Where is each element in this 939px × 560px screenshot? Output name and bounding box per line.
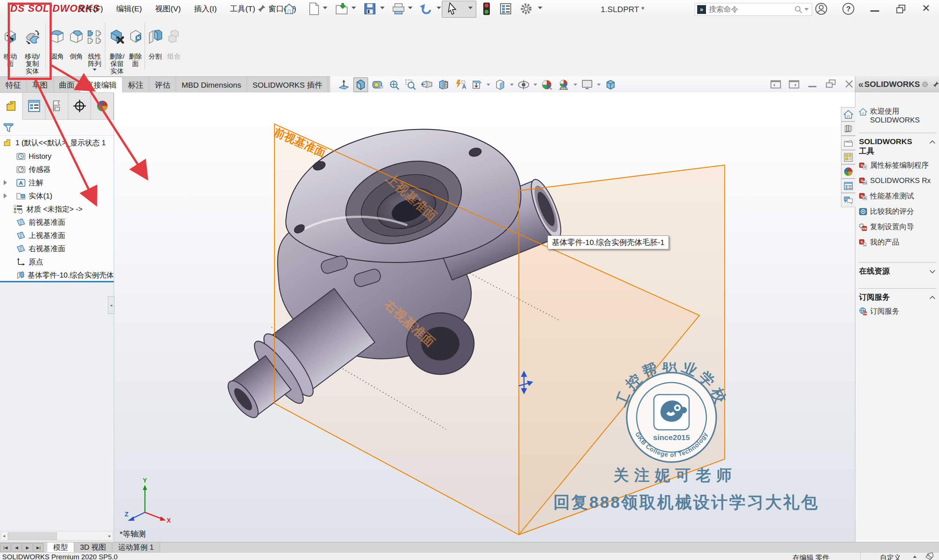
undo-dropdown[interactable] [437, 6, 441, 9]
tree-root-part[interactable]: 1 (默认<<默认>_显示状态 1 [0, 136, 114, 150]
view-settings-icon[interactable] [580, 78, 594, 92]
panel-collapse-handle[interactable]: ◂ [108, 296, 114, 314]
tag-icon[interactable] [925, 553, 934, 560]
feature-manager-tab[interactable] [0, 92, 23, 120]
strip-design-library-icon[interactable] [841, 122, 855, 136]
dynamic-annotation-icon[interactable]: A [453, 78, 467, 92]
doc-close-icon[interactable] [842, 78, 856, 89]
delete-keep-body-button[interactable]: 删除/ 保留 实体 [107, 21, 127, 75]
hide-show-dropdown[interactable] [533, 84, 537, 86]
tree-item-base-part[interactable]: 基体零件-10.综合实例壳体 [0, 268, 114, 282]
task-pane-pin-icon[interactable] [933, 80, 939, 89]
tree-item-top-plane[interactable]: 上视基准面 [0, 229, 114, 242]
display-style-icon[interactable] [493, 78, 507, 92]
tab-surfaces[interactable]: 曲面 [54, 77, 80, 93]
display-manager-tab[interactable] [91, 92, 114, 120]
tab-evaluate[interactable]: 评估 [150, 77, 176, 93]
move-copy-bodies-button[interactable]: 移动/ 复制 实体 [20, 21, 44, 75]
chevron-up-icon[interactable] [929, 295, 936, 300]
strip-home-icon[interactable] [841, 107, 855, 122]
collapse-left-pane-icon[interactable] [769, 78, 782, 89]
settings-dropdown[interactable] [538, 6, 542, 9]
view-orientation-icon[interactable] [470, 78, 484, 92]
first-tab-icon[interactable]: |◀ [0, 543, 11, 552]
home-button[interactable] [282, 2, 296, 16]
tp-item-solidworks-rx[interactable]: SRx SOLIDWORKS Rx [855, 173, 939, 188]
tab-direct-editing[interactable]: 直接编辑 [80, 77, 123, 93]
search-input[interactable] [708, 5, 794, 14]
tab-annotations[interactable]: 标注 [123, 77, 150, 93]
minimize-button[interactable] [870, 10, 879, 12]
save-dropdown[interactable] [380, 6, 385, 9]
scroll-thumb[interactable] [8, 532, 57, 540]
tp-item-subscription-services[interactable]: SW 订阅服务 [855, 303, 939, 319]
settings-gear-icon[interactable] [519, 2, 533, 16]
strip-comments-icon[interactable] [841, 193, 855, 207]
tab-sketch[interactable]: 草图 [27, 77, 54, 93]
property-manager-tab[interactable] [23, 92, 46, 120]
prev-tab-icon[interactable]: ◀ [11, 543, 22, 552]
graphics-viewport[interactable]: 前视基准面 上视基准面 右视基准面 基体零件-10.综合实例壳体毛胚-1 工控帮… [114, 92, 855, 542]
pin-menu-icon[interactable] [257, 4, 267, 13]
tree-filter-row[interactable] [0, 120, 114, 136]
new-document-button[interactable] [307, 2, 321, 16]
hide-show-items-icon[interactable] [517, 78, 530, 92]
display-style-dropdown[interactable] [510, 84, 514, 86]
reorient-triad-icon[interactable] [337, 78, 351, 92]
customize-caret-icon[interactable] [913, 555, 917, 558]
view-orientation-dropdown[interactable] [487, 84, 490, 86]
chamfer-button[interactable]: 倒角 [68, 21, 85, 60]
tab-features[interactable]: 特征 [0, 77, 27, 93]
tp-item-performance-benchmark[interactable]: S 性能基准测试 [855, 188, 939, 203]
apply-scene-icon[interactable] [557, 78, 570, 92]
fillet-button[interactable]: 圆角 [48, 21, 67, 60]
tp-item-compare-my-score[interactable]: 比较我的评分 [855, 203, 939, 219]
collapse-right-pane-icon[interactable] [788, 78, 801, 89]
strip-file-explorer-icon[interactable] [841, 136, 855, 150]
options-list-icon[interactable] [498, 2, 513, 16]
tree-item-history[interactable]: History [0, 150, 114, 163]
print-dropdown[interactable] [408, 6, 412, 9]
login-account-icon[interactable] [814, 2, 828, 16]
chevron-down-icon[interactable] [929, 269, 936, 274]
tree-item-material[interactable]: 材质 <未指定> -> [0, 202, 114, 215]
dimxpert-manager-tab[interactable] [68, 92, 91, 120]
view-settings-dropdown[interactable] [597, 84, 601, 86]
tab-solidworks-addins[interactable]: SOLIDWORKS 插件 [247, 77, 328, 93]
tp-item-copy-settings-wizard[interactable]: SW 复制设置向导 [855, 219, 939, 234]
measure-icon[interactable] [371, 78, 385, 92]
section-online-resources[interactable]: 在线资源 [855, 265, 939, 277]
menu-edit[interactable]: 编辑(E) [116, 4, 142, 14]
doc-restore-icon[interactable] [824, 78, 837, 89]
open-button[interactable] [335, 2, 349, 16]
tree-horizontal-scrollbar[interactable]: ◂ ▸ [1, 531, 113, 540]
tab-model[interactable]: 模型 [47, 542, 74, 553]
undo-button[interactable] [418, 2, 433, 16]
tp-item-property-tab-builder[interactable]: S 属性标签编制程序 [855, 157, 939, 173]
last-tab-icon[interactable]: ▶| [33, 543, 44, 552]
save-button[interactable] [362, 2, 377, 16]
new-document-dropdown[interactable] [323, 6, 327, 9]
tree-item-solid-bodies[interactable]: 实体(1) [0, 189, 114, 202]
zoom-to-fit-icon[interactable] [353, 77, 368, 92]
task-pane-header[interactable]: « SOLIDWORKS [855, 76, 939, 94]
restore-button[interactable] [896, 5, 906, 14]
edit-appearance-icon[interactable] [540, 78, 554, 92]
tree-item-origin[interactable]: 原点 [0, 255, 114, 268]
chevron-up-icon[interactable] [929, 140, 936, 144]
zoom-to-area-icon[interactable] [404, 78, 418, 92]
menu-tools[interactable]: 工具(T) [230, 4, 255, 14]
section-subscription-services[interactable]: 订阅服务 [855, 291, 939, 303]
collapse-chevrons-icon[interactable]: « [858, 79, 863, 90]
scroll-left-icon[interactable]: ◂ [1, 531, 7, 540]
doc-minimize-icon[interactable] [806, 78, 819, 89]
tree-item-annotations[interactable]: A 注解 [0, 176, 114, 189]
tree-item-front-plane[interactable]: 前视基准面 [0, 215, 114, 229]
scroll-right-icon[interactable]: ▸ [107, 531, 113, 540]
menu-insert[interactable]: 插入(I) [194, 4, 217, 14]
expand-arrow-icon[interactable] [4, 180, 7, 185]
search-icon[interactable] [794, 5, 803, 14]
open-dropdown[interactable] [352, 6, 356, 9]
move-face-button[interactable]: 移动 面 [1, 21, 20, 68]
strip-appearances-icon[interactable] [841, 164, 855, 178]
